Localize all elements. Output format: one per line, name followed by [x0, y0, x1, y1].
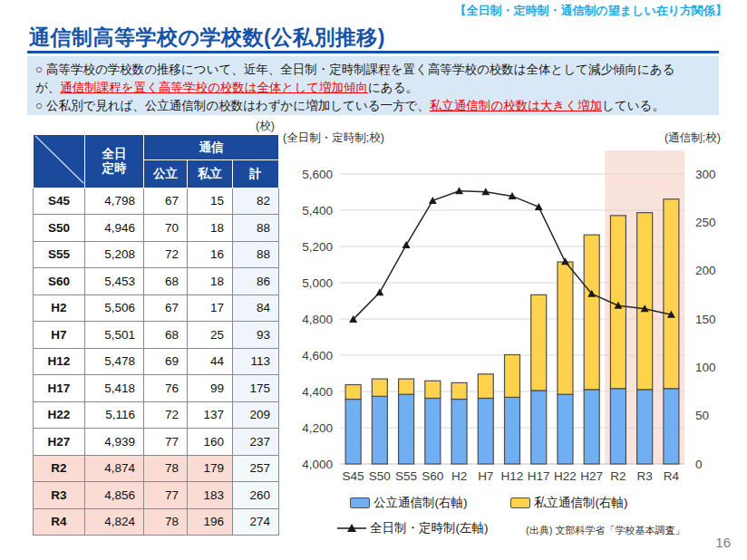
school-count-table: 全日 定時 通信 公立 私立 計 S454,798671582S504,9467… — [33, 134, 279, 536]
table-row: S555,208721688 — [34, 241, 279, 268]
table-cell: 99 — [188, 375, 233, 402]
col-header-private: 私立 — [188, 160, 233, 188]
table-cell: H27 — [34, 429, 85, 456]
public-bar-swatch-icon — [350, 497, 370, 508]
table-cell: S55 — [34, 241, 85, 268]
info-bullet: ○ 高等学校の学校数の推移について、近年、全日制・定時制課程を置く高等学校の校数… — [35, 61, 711, 97]
col-header-zennichi-teiji: 全日 定時 — [85, 135, 144, 188]
summary-box: ○ 高等学校の学校数の推移について、近年、全日制・定時制課程を置く高等学校の校数… — [27, 56, 719, 115]
legend-label-public: 公立通信制(右軸) — [374, 495, 468, 511]
private-bar-swatch-icon — [510, 497, 530, 508]
table-cell: 68 — [144, 268, 188, 295]
table-cell: 17 — [188, 294, 233, 322]
svg-text:S55: S55 — [395, 469, 417, 483]
table-cell: 18 — [188, 268, 233, 295]
svg-text:4,200: 4,200 — [302, 421, 333, 435]
table-cell: H12 — [34, 348, 85, 375]
table-cell: 4,824 — [85, 508, 144, 536]
svg-text:S45: S45 — [343, 469, 364, 483]
table-row: H274,93977160237 — [34, 429, 279, 456]
table-cell: 4,856 — [85, 482, 144, 509]
table-cell: 5,208 — [85, 241, 144, 268]
svg-text:4,000: 4,000 — [302, 458, 333, 471]
svg-text:R4: R4 — [664, 469, 680, 483]
table-cell: 67 — [144, 294, 188, 322]
table-cell: S60 — [34, 268, 85, 295]
table-row: H225,11672137209 — [34, 401, 279, 429]
svg-text:H17: H17 — [528, 469, 550, 483]
svg-text:100: 100 — [695, 361, 716, 374]
table-cell: 76 — [144, 375, 188, 402]
table-cell: 4,939 — [85, 429, 144, 456]
table-cell: 179 — [188, 455, 233, 482]
legend-item-public: 公立通信制(右軸) — [350, 495, 468, 511]
table-cell: 4,798 — [85, 188, 144, 215]
table-cell: 69 — [144, 348, 188, 375]
table-cell: 88 — [233, 241, 279, 268]
diagonal-line-icon — [34, 135, 84, 184]
svg-text:5,400: 5,400 — [302, 204, 333, 217]
table-cell: 260 — [233, 482, 279, 509]
table-cell: 88 — [233, 215, 279, 242]
svg-text:50: 50 — [695, 409, 709, 422]
svg-text:0: 0 — [695, 458, 703, 471]
svg-text:4,800: 4,800 — [302, 313, 333, 326]
table-cell: S45 — [34, 188, 85, 215]
svg-text:4,400: 4,400 — [302, 385, 333, 399]
table-unit-label: (校) — [256, 119, 275, 134]
legend-item-line: 全日制・定時制(左軸) — [337, 520, 489, 536]
table-row: H75,501682593 — [34, 322, 279, 349]
table-cell: 113 — [233, 348, 279, 375]
svg-text:H2: H2 — [451, 469, 467, 483]
line-marker-swatch-icon — [337, 523, 366, 534]
info-bullet: ○ 公私別で見れば、公立通信制の校数はわずかに増加している一方で、私立通信制の校… — [35, 97, 711, 115]
svg-text:150: 150 — [695, 313, 716, 326]
svg-text:H27: H27 — [580, 469, 603, 483]
table-cell: 5,418 — [85, 375, 144, 402]
svg-text:(通信制;校): (通信制;校) — [665, 131, 721, 144]
combo-chart-svg: 5,6005,4005,2005,0004,8004,6004,4004,200… — [281, 127, 743, 489]
svg-text:5,600: 5,600 — [302, 168, 333, 181]
col-header-tsushin: 通信 — [144, 135, 279, 160]
table-cell: 175 — [233, 375, 279, 402]
table-cell: H17 — [34, 375, 85, 402]
table-cell: S50 — [34, 215, 85, 242]
table-cell: 137 — [188, 401, 233, 429]
svg-text:200: 200 — [695, 264, 716, 277]
table-cell: R2 — [34, 455, 85, 482]
table-cell: 67 — [144, 188, 188, 215]
table-cell: 86 — [233, 268, 279, 295]
svg-text:5,200: 5,200 — [302, 240, 333, 254]
table-cell: 44 — [188, 348, 233, 375]
header-kicker: 【全日制・定時制・通信制の望ましい在り方関係】 — [454, 3, 727, 19]
table-cell: 72 — [144, 241, 188, 268]
table-cell: 78 — [144, 455, 188, 482]
table-body: S454,798671582S504,946701888S555,2087216… — [34, 188, 279, 536]
table-cell: 15 — [188, 188, 233, 215]
combo-chart: 5,6005,4005,2005,0004,8004,6004,4004,200… — [281, 127, 743, 557]
source-note: (出典) 文部科学省「学校基本調査」 — [526, 524, 684, 537]
info-bullets: ○ 高等学校の学校数の推移について、近年、全日制・定時制課程を置く高等学校の校数… — [35, 61, 711, 115]
table-cell: 77 — [144, 482, 188, 509]
table-cell: 25 — [188, 322, 233, 349]
table-row: R44,82478196274 — [34, 508, 279, 536]
table-cell: R4 — [34, 508, 85, 536]
table-cell: 18 — [188, 215, 233, 242]
legend-label-private: 私立通信制(右軸) — [534, 495, 628, 511]
corner-cell — [34, 135, 85, 188]
table-cell: 196 — [188, 508, 233, 536]
table-cell: 82 — [233, 188, 279, 215]
table-cell: 5,453 — [85, 268, 144, 295]
table-row: S504,946701888 — [34, 215, 279, 242]
table-cell: 70 — [144, 215, 188, 242]
table-cell: H22 — [34, 401, 85, 429]
title-underline — [27, 51, 719, 53]
svg-text:S50: S50 — [369, 469, 391, 483]
legend-item-private: 私立通信制(右軸) — [510, 495, 628, 511]
svg-text:(全日制・定時制;校): (全日制・定時制;校) — [283, 131, 384, 144]
table-row: S454,798671582 — [34, 188, 279, 215]
table-row: R24,87478179257 — [34, 455, 279, 482]
table-cell: 5,501 — [85, 322, 144, 349]
table-cell: 274 — [233, 508, 279, 536]
axis-titles: (全日制・定時制;校)(通信制;校) — [283, 131, 721, 144]
